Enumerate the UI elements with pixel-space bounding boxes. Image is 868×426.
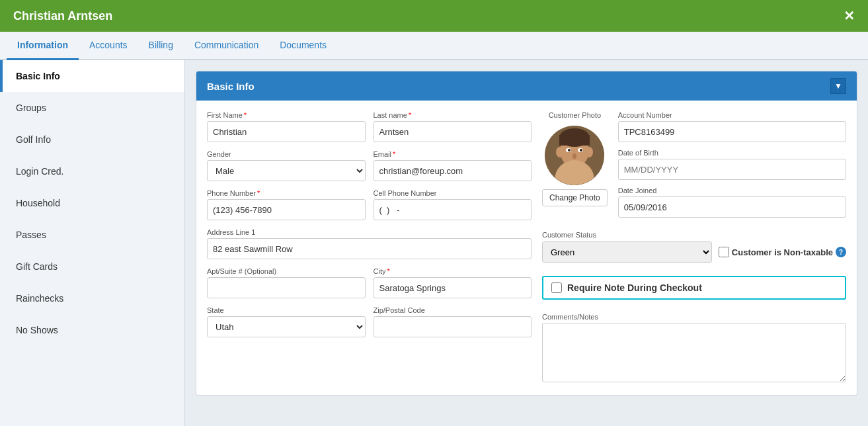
- require-note-checkbox[interactable]: [551, 282, 562, 293]
- tab-billing[interactable]: Billing: [138, 32, 184, 60]
- sidebar-item-no-shows[interactable]: No Shows: [0, 314, 184, 346]
- sidebar-item-rainchecks[interactable]: Rainchecks: [0, 282, 184, 314]
- sidebar-item-golf-info[interactable]: Golf Info: [0, 124, 184, 155]
- customer-status-label: Customer Status: [542, 231, 846, 239]
- zip-group: Zip/Postal Code: [374, 306, 532, 337]
- tab-accounts[interactable]: Accounts: [79, 32, 138, 60]
- last-name-label: Last name*: [374, 111, 532, 119]
- customer-status-select[interactable]: Green Yellow Red Black: [542, 241, 712, 263]
- card-title: Basic Info: [207, 81, 255, 92]
- apt-city-row: Apt/Suite # (Optional) City*: [207, 267, 532, 298]
- svg-point-2: [556, 147, 564, 157]
- photo-section: Customer Photo: [542, 111, 608, 224]
- date-of-birth-label: Date of Birth: [618, 149, 846, 157]
- customer-photo: [545, 126, 604, 185]
- first-name-input[interactable]: [207, 121, 366, 142]
- address-line1-group: Address Line 1: [207, 228, 532, 259]
- card-header: Basic Info ▼: [196, 71, 857, 101]
- account-fields: Account Number Date of Birth Date Joined: [618, 111, 846, 224]
- sidebar-item-basic-info[interactable]: Basic Info: [0, 60, 184, 92]
- svg-point-9: [580, 149, 582, 151]
- date-joined-group: Date Joined: [618, 187, 846, 218]
- date-of-birth-group: Date of Birth: [618, 149, 846, 180]
- phone-group: Phone Number*: [207, 189, 366, 220]
- address-line1-label: Address Line 1: [207, 228, 532, 236]
- last-name-group: Last name*: [374, 111, 532, 142]
- phone-row: Phone Number* Cell Phone Number: [207, 189, 532, 220]
- svg-point-3: [585, 147, 593, 157]
- form-left: First Name* Last name*: [207, 111, 532, 384]
- help-icon[interactable]: ?: [836, 247, 846, 257]
- email-label: Email*: [374, 150, 532, 158]
- collapse-button[interactable]: ▼: [830, 78, 846, 94]
- date-of-birth-input[interactable]: [618, 159, 846, 180]
- nontaxable-checkbox[interactable]: [719, 247, 729, 257]
- right-panel: Customer Photo: [542, 111, 846, 384]
- city-group: City*: [374, 267, 532, 298]
- window-title: Christian Arntsen: [13, 9, 112, 23]
- state-select[interactable]: Utah Alabama Alaska Arizona California C…: [207, 316, 366, 337]
- main-layout: Basic Info Groups Golf Info Login Cred. …: [0, 60, 868, 426]
- account-number-input[interactable]: [618, 121, 846, 142]
- cell-phone-input[interactable]: [374, 199, 532, 220]
- require-note-label: Require Note During Checkout: [567, 282, 702, 293]
- basic-info-card: Basic Info ▼ First Name*: [196, 71, 857, 396]
- apt-suite-input[interactable]: [207, 277, 366, 298]
- address-line1-input[interactable]: [207, 238, 532, 259]
- tab-information[interactable]: Information: [7, 32, 79, 60]
- comments-section: Comments/Notes: [542, 313, 846, 384]
- state-group: State Utah Alabama Alaska Arizona Califo…: [207, 306, 366, 337]
- comments-textarea[interactable]: [542, 323, 846, 382]
- apt-suite-group: Apt/Suite # (Optional): [207, 267, 366, 298]
- customer-status-section: Customer Status Green Yellow Red Black: [542, 231, 846, 269]
- sidebar-item-gift-cards[interactable]: Gift Cards: [0, 251, 184, 282]
- date-joined-input[interactable]: [618, 196, 846, 218]
- last-name-input[interactable]: [374, 121, 532, 142]
- account-number-group: Account Number: [618, 111, 846, 142]
- right-top: Customer Photo: [542, 111, 846, 224]
- date-joined-label: Date Joined: [618, 187, 846, 194]
- state-label: State: [207, 306, 366, 314]
- phone-label: Phone Number*: [207, 189, 366, 197]
- email-group: Email*: [374, 150, 532, 181]
- apt-suite-label: Apt/Suite # (Optional): [207, 267, 366, 275]
- gender-email-row: Gender Male Female Other Email*: [207, 150, 532, 181]
- close-button[interactable]: ✕: [844, 8, 855, 24]
- state-zip-row: State Utah Alabama Alaska Arizona Califo…: [207, 306, 532, 337]
- svg-point-12: [553, 171, 596, 185]
- city-input[interactable]: [374, 277, 532, 298]
- city-label: City*: [374, 267, 532, 275]
- nontaxable-label-text: Customer is Non-taxable: [732, 247, 833, 257]
- title-bar: Christian Arntsen ✕: [0, 0, 868, 32]
- customer-photo-label: Customer Photo: [549, 111, 601, 119]
- address-row: Address Line 1: [207, 228, 532, 259]
- tab-bar: Information Accounts Billing Communicati…: [0, 32, 868, 60]
- gender-select[interactable]: Male Female Other: [207, 160, 366, 181]
- sidebar-item-login-cred[interactable]: Login Cred.: [0, 155, 184, 187]
- content-area: Basic Info ▼ First Name*: [185, 60, 868, 426]
- require-note-box: Require Note During Checkout: [542, 276, 846, 300]
- svg-point-8: [568, 149, 571, 151]
- sidebar-item-groups[interactable]: Groups: [0, 92, 184, 124]
- form-right: Customer Photo: [542, 111, 846, 384]
- svg-point-10: [572, 153, 576, 159]
- card-body: First Name* Last name*: [196, 101, 857, 395]
- gender-group: Gender Male Female Other: [207, 150, 366, 181]
- gender-label: Gender: [207, 150, 366, 158]
- tab-communication[interactable]: Communication: [184, 32, 269, 60]
- account-number-label: Account Number: [618, 111, 846, 119]
- nontaxable-section: Customer is Non-taxable ?: [719, 247, 846, 257]
- email-input[interactable]: [374, 160, 532, 181]
- customer-status-row: Green Yellow Red Black Customer is Non-t…: [542, 241, 846, 263]
- sidebar: Basic Info Groups Golf Info Login Cred. …: [0, 60, 185, 426]
- change-photo-button[interactable]: Change Photo: [542, 189, 608, 206]
- tab-documents[interactable]: Documents: [269, 32, 337, 60]
- svg-rect-11: [569, 165, 580, 173]
- cell-phone-label: Cell Phone Number: [374, 189, 532, 197]
- phone-input[interactable]: [207, 199, 366, 220]
- zip-input[interactable]: [374, 316, 532, 337]
- sidebar-item-household[interactable]: Household: [0, 187, 184, 219]
- zip-label: Zip/Postal Code: [374, 306, 532, 314]
- sidebar-item-passes[interactable]: Passes: [0, 219, 184, 251]
- first-name-group: First Name*: [207, 111, 366, 142]
